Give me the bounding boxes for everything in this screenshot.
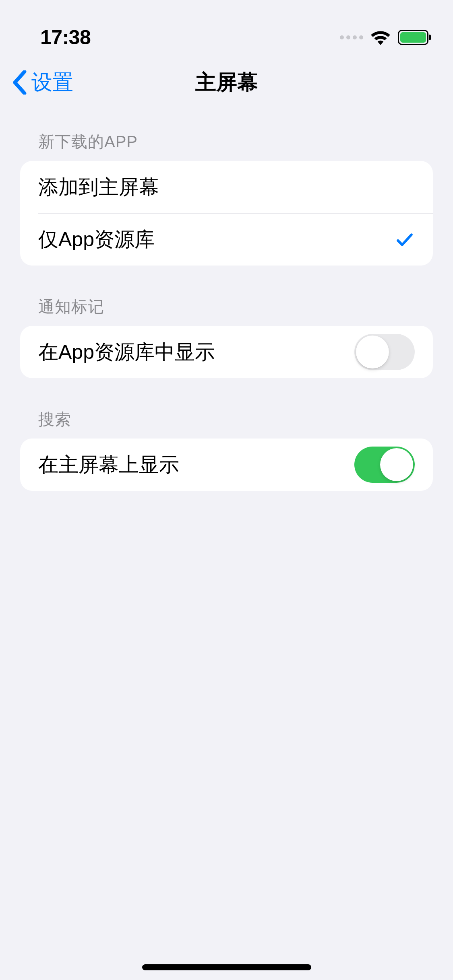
home-indicator[interactable]	[142, 964, 311, 970]
section-header-badges: 通知标记	[20, 296, 433, 326]
chevron-left-icon	[12, 70, 27, 95]
section-badges: 通知标记 在App资源库中显示	[20, 296, 433, 378]
option-label: 添加到主屏幕	[38, 174, 159, 201]
row-label: 在App资源库中显示	[38, 339, 215, 366]
status-right	[340, 30, 431, 45]
toggle-show-in-app-library[interactable]	[354, 334, 415, 370]
section-search: 搜索 在主屏幕上显示	[20, 408, 433, 491]
row-show-on-home: 在主屏幕上显示	[20, 439, 433, 491]
page-title: 主屏幕	[195, 68, 258, 97]
option-label: 仅App资源库	[38, 226, 155, 253]
section-header-search: 搜索	[20, 408, 433, 439]
battery-icon	[398, 30, 431, 45]
section-header-new-apps: 新下载的APP	[20, 131, 433, 161]
row-label: 在主屏幕上显示	[38, 451, 179, 478]
group-search: 在主屏幕上显示	[20, 439, 433, 491]
back-button[interactable]: 设置	[12, 68, 73, 97]
navigation-bar: 设置 主屏幕	[0, 56, 453, 109]
toggle-show-on-home[interactable]	[354, 447, 415, 483]
row-show-in-app-library: 在App资源库中显示	[20, 326, 433, 378]
section-new-apps: 新下载的APP 添加到主屏幕 仅App资源库	[20, 131, 433, 266]
back-label: 设置	[31, 68, 73, 97]
option-app-library-only[interactable]: 仅App资源库	[38, 213, 433, 266]
status-bar: 17:38	[0, 0, 453, 56]
cellular-signal-icon	[340, 35, 363, 39]
wifi-icon	[370, 30, 391, 45]
status-time: 17:38	[40, 26, 91, 49]
group-new-apps: 添加到主屏幕 仅App资源库	[20, 161, 433, 266]
group-badges: 在App资源库中显示	[20, 326, 433, 378]
option-add-to-home[interactable]: 添加到主屏幕	[20, 161, 433, 213]
checkmark-icon	[395, 230, 415, 250]
